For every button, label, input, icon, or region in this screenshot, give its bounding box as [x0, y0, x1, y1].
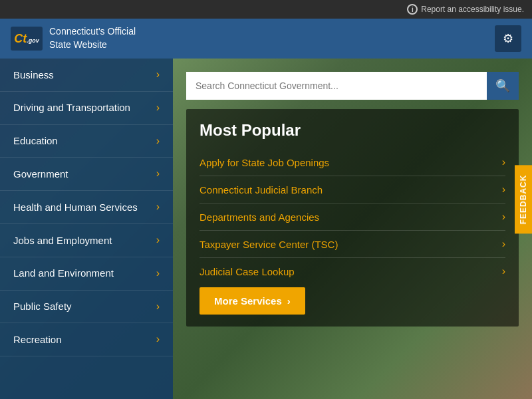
sidebar-item-education[interactable]: Education ›: [0, 125, 173, 158]
popular-item-judicial-case[interactable]: Judicial Case Lookup ›: [200, 258, 505, 285]
sidebar-item-public-safety[interactable]: Public Safety ›: [0, 291, 173, 324]
popular-item-label: Taxpayer Service Center (TSC): [200, 239, 338, 250]
popular-item-state-jobs[interactable]: Apply for State Job Openings ›: [200, 149, 505, 176]
accessibility-link[interactable]: i Report an accessibility issue.: [407, 4, 524, 15]
content-area: 🔍 Most Popular Apply for State Job Openi…: [173, 59, 532, 399]
accessibility-label: Report an accessibility issue.: [421, 5, 524, 14]
chevron-right-icon: ›: [156, 101, 160, 115]
popular-item-taxpayer-service[interactable]: Taxpayer Service Center (TSC) ›: [200, 231, 505, 258]
site-title-line2: State Website: [49, 39, 136, 52]
chevron-right-icon: ›: [156, 134, 160, 148]
chevron-right-icon: ›: [502, 265, 505, 277]
chevron-right-icon: ›: [156, 167, 160, 181]
logo-text: Ct.gov: [14, 32, 39, 46]
chevron-right-icon: ›: [156, 300, 160, 314]
sidebar-item-label: Health and Human Services: [13, 201, 138, 214]
chevron-right-icon: ›: [156, 332, 160, 346]
sidebar-item-label: Recreation: [13, 333, 62, 346]
sidebar-item-driving-transportation[interactable]: Driving and Transportation ›: [0, 92, 173, 125]
sidebar-item-label: Public Safety: [13, 300, 72, 313]
top-bar: i Report an accessibility issue.: [0, 0, 532, 19]
popular-item-label: Apply for State Job Openings: [200, 157, 329, 168]
sidebar-item-label: Education: [13, 134, 58, 148]
search-bar: 🔍: [186, 72, 519, 100]
sidebar-item-health-human-services[interactable]: Health and Human Services ›: [0, 191, 173, 224]
most-popular-title: Most Popular: [200, 121, 505, 140]
sidebar-item-jobs-employment[interactable]: Jobs and Employment ›: [0, 224, 173, 257]
search-icon: 🔍: [495, 78, 510, 93]
chevron-right-icon: ›: [287, 295, 291, 307]
sidebar-item-label: Jobs and Employment: [13, 234, 112, 247]
sidebar-item-recreation[interactable]: Recreation ›: [0, 323, 173, 356]
popular-item-judicial-branch[interactable]: Connecticut Judicial Branch ›: [200, 176, 505, 203]
popular-item-label: Departments and Agencies: [200, 211, 319, 223]
sidebar-item-business[interactable]: Business ›: [0, 59, 173, 92]
chevron-right-icon: ›: [502, 184, 505, 196]
sidebar-item-label: Government: [13, 168, 68, 181]
popular-item-label: Judicial Case Lookup: [200, 266, 295, 277]
chevron-right-icon: ›: [502, 238, 505, 250]
settings-icon: ⚙: [503, 31, 513, 46]
site-title-line1: Connecticut's Official: [49, 25, 136, 39]
chevron-right-icon: ›: [156, 233, 160, 247]
feedback-tab[interactable]: FEEDBACK: [515, 166, 532, 234]
chevron-right-icon: ›: [156, 267, 160, 281]
search-input[interactable]: [186, 72, 487, 100]
most-popular-panel: Most Popular Apply for State Job Opening…: [186, 109, 519, 327]
chevron-right-icon: ›: [502, 156, 505, 168]
feedback-label: FEEDBACK: [519, 175, 528, 225]
sidebar-item-land-environment[interactable]: Land and Environment ›: [0, 257, 173, 291]
settings-button[interactable]: ⚙: [495, 25, 521, 52]
more-services-button[interactable]: More Services ›: [200, 287, 305, 315]
chevron-right-icon: ›: [156, 200, 160, 214]
sidebar-item-government[interactable]: Government ›: [0, 158, 173, 191]
popular-item-departments-agencies[interactable]: Departments and Agencies ›: [200, 203, 505, 231]
popular-item-label: Connecticut Judicial Branch: [200, 184, 323, 196]
ct-logo[interactable]: Ct.gov: [11, 27, 43, 51]
sidebar-item-label: Business: [13, 68, 54, 82]
header: Ct.gov Connecticut's Official State Webs…: [0, 19, 532, 59]
main-content: Business › Driving and Transportation › …: [0, 59, 532, 399]
search-button[interactable]: 🔍: [487, 72, 519, 100]
accessibility-icon: i: [407, 4, 418, 15]
chevron-right-icon: ›: [502, 211, 505, 223]
chevron-right-icon: ›: [156, 68, 160, 82]
more-services-label: More Services: [214, 295, 282, 307]
site-title: Connecticut's Official State Website: [49, 25, 136, 51]
sidebar-nav: Business › Driving and Transportation › …: [0, 59, 173, 399]
sidebar-item-label: Land and Environment: [13, 267, 114, 280]
sidebar-item-label: Driving and Transportation: [13, 101, 130, 114]
logo-area: Ct.gov Connecticut's Official State Webs…: [11, 25, 136, 51]
